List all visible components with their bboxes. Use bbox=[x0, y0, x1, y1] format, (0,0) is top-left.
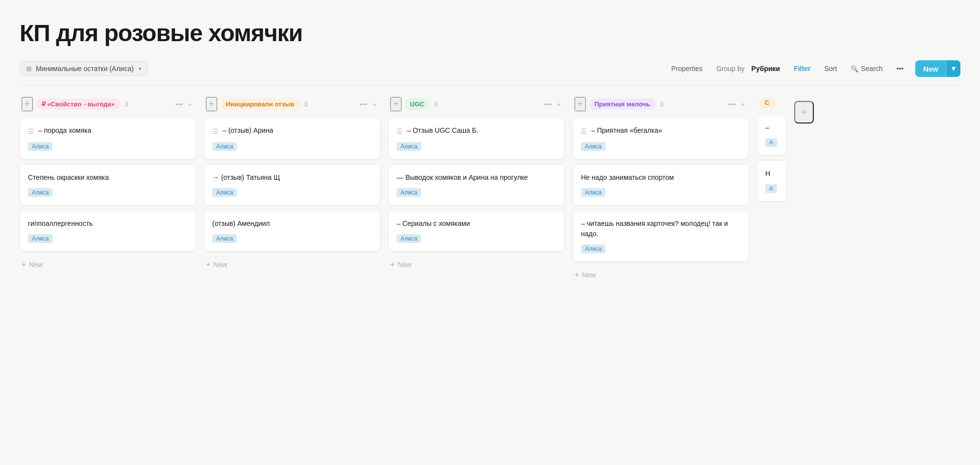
col-more-btn-col4[interactable]: ••• bbox=[726, 99, 738, 109]
card-title-text: – (отзыв) Арина bbox=[223, 125, 273, 136]
col-count-col1: 3 bbox=[125, 100, 128, 108]
card-tag: Алиса bbox=[28, 234, 52, 243]
col-add-btn-col4[interactable]: + bbox=[739, 99, 747, 109]
new-item-row-col2[interactable]: + New bbox=[204, 256, 380, 273]
view-selector[interactable]: ⊞ Минимальные остатки (Алиса) ▾ bbox=[20, 61, 148, 76]
card-c7[interactable]: ☰ – Отзыв UGC Саша Б. Алиса bbox=[388, 117, 565, 159]
column-col2: + Инициировали отзыв 3 ••• + ☰ – (отзыв)… bbox=[204, 97, 380, 273]
col-add-btn-col2[interactable]: + bbox=[370, 99, 378, 109]
view-selector-icon: ⊞ bbox=[26, 65, 32, 73]
doc-icon: ☰ bbox=[28, 126, 34, 137]
add-column-button[interactable]: + bbox=[794, 101, 814, 123]
doc-icon: ☰ bbox=[397, 126, 403, 137]
plus-icon-col1: + bbox=[22, 260, 26, 269]
card-tag: Алиса bbox=[397, 188, 421, 197]
column-col3: + UGC 3 ••• + ☰ – Отзыв UGC Саша Б. Алис… bbox=[388, 97, 565, 273]
search-icon: 🔍 bbox=[851, 65, 858, 73]
card-title-text: – читаешь названия карточек? молодец! та… bbox=[581, 219, 741, 239]
card-c5[interactable]: → (отзыв) Татьяна Щ Алиса bbox=[204, 164, 380, 205]
new-item-label-col2: New bbox=[213, 261, 227, 269]
card-tag: Алиса bbox=[28, 142, 52, 151]
card-title-text: – Отзыв UGC Саша Б. bbox=[407, 125, 478, 136]
new-item-row-col4[interactable]: + New bbox=[573, 267, 749, 283]
column-header-col3: + UGC 3 ••• + bbox=[388, 97, 565, 111]
properties-button[interactable]: Properties bbox=[665, 62, 708, 75]
card-title: ☰ – Приятная «бегалка» bbox=[581, 125, 741, 137]
card-tag: Алиса bbox=[28, 188, 52, 197]
col-tag-col1: ₽ «Свойство→выгода» bbox=[36, 98, 121, 110]
col-count-col3: 3 bbox=[434, 100, 437, 108]
card-title-text: → (отзыв) Татьяна Щ bbox=[212, 172, 280, 183]
col-actions-col4: ••• + bbox=[726, 99, 747, 109]
card-c10[interactable]: ☰ – Приятная «бегалка» Алиса bbox=[573, 117, 749, 159]
view-selector-label: Минимальные остатки (Алиса) bbox=[36, 65, 134, 73]
column-header-col1: + ₽ «Свойство→выгода» 3 ••• + bbox=[20, 97, 196, 111]
card-title-text: – Приятная «бегалка» bbox=[591, 125, 662, 136]
card-partial-1[interactable]: – А bbox=[757, 114, 786, 155]
column-col4: + Приятная мелочь 3 ••• + ☰ – Приятная «… bbox=[573, 97, 749, 283]
card-partial-title-2: Н bbox=[765, 169, 778, 179]
col-add-btn-col3[interactable]: + bbox=[554, 99, 563, 109]
card-c1[interactable]: ☰ – порода хомяка Алиса bbox=[20, 117, 196, 159]
view-selector-chevron: ▾ bbox=[139, 66, 142, 72]
group-by-label: Group by bbox=[716, 65, 745, 73]
col-tag-partial: С bbox=[759, 97, 775, 108]
card-title-text: — Выводок хомяков и Арина на прогулке bbox=[397, 172, 528, 183]
column-partial: С – А Н А bbox=[757, 97, 786, 206]
col-actions-col2: ••• + bbox=[357, 99, 378, 109]
col-actions-col1: ••• + bbox=[173, 99, 194, 109]
card-tag: Алиса bbox=[212, 142, 237, 151]
card-c11[interactable]: Не надо заниматься спортом Алиса bbox=[573, 164, 749, 205]
new-button-label: New bbox=[915, 61, 946, 77]
toolbar: ⊞ Минимальные остатки (Алиса) ▾ Properti… bbox=[20, 60, 960, 85]
card-partial-tag-1: А bbox=[765, 138, 777, 147]
new-item-row-col1[interactable]: + New bbox=[20, 256, 196, 273]
col-add-left-col4[interactable]: + bbox=[575, 97, 586, 111]
col-tag-col2: Инициировали отзыв bbox=[220, 98, 301, 110]
col-more-btn-col1[interactable]: ••• bbox=[173, 99, 185, 109]
card-title: – читаешь названия карточек? молодец! та… bbox=[581, 219, 741, 239]
column-col1: + ₽ «Свойство→выгода» 3 ••• + ☰ – порода… bbox=[20, 97, 196, 273]
new-button[interactable]: New ▾ bbox=[915, 60, 960, 77]
col-add-left-col1[interactable]: + bbox=[22, 97, 33, 111]
card-tag: Алиса bbox=[581, 245, 605, 253]
more-button[interactable]: ••• bbox=[890, 62, 909, 75]
plus-icon-col2: + bbox=[206, 260, 210, 269]
card-c8[interactable]: — Выводок хомяков и Арина на прогулке Ал… bbox=[388, 164, 565, 205]
plus-icon-col4: + bbox=[575, 270, 579, 279]
new-item-label-col3: New bbox=[398, 261, 411, 269]
card-title-text: Степень окраскки хомяка bbox=[28, 172, 109, 183]
card-c4[interactable]: ☰ – (отзыв) Арина Алиса bbox=[204, 117, 380, 159]
col-more-btn-col2[interactable]: ••• bbox=[357, 99, 369, 109]
col-tag-col4: Приятная мелочь bbox=[589, 98, 656, 110]
card-tag: Алиса bbox=[397, 142, 421, 151]
new-item-row-col3[interactable]: + New bbox=[388, 256, 565, 273]
card-c6[interactable]: (отзыв) Амендиил Алиса bbox=[204, 210, 380, 251]
col-more-btn-col3[interactable]: ••• bbox=[542, 99, 553, 109]
col-add-btn-col1[interactable]: + bbox=[186, 99, 194, 109]
column-header-col4: + Приятная мелочь 3 ••• + bbox=[573, 97, 749, 111]
search-button[interactable]: 🔍 Search bbox=[845, 62, 888, 75]
filter-label: Filter bbox=[794, 65, 810, 73]
col-add-left-col2[interactable]: + bbox=[206, 97, 217, 111]
card-partial-title-1: – bbox=[765, 122, 778, 133]
group-by-button[interactable]: Group by Рубрики bbox=[710, 62, 786, 75]
plus-icon-col3: + bbox=[390, 260, 395, 269]
card-title: ☰ – (отзыв) Арина bbox=[212, 125, 372, 137]
filter-button[interactable]: Filter bbox=[788, 62, 816, 75]
new-item-label-col4: New bbox=[582, 271, 596, 279]
card-c3[interactable]: гиппоаллергенность Алиса bbox=[20, 210, 196, 251]
more-label: ••• bbox=[896, 65, 904, 73]
card-tag: Алиса bbox=[212, 234, 237, 243]
card-tag: Алиса bbox=[212, 188, 237, 197]
card-partial-2[interactable]: Н А bbox=[757, 160, 786, 201]
card-c12[interactable]: – читаешь названия карточек? молодец! та… bbox=[573, 210, 749, 262]
card-c9[interactable]: – Сериалы с хомяками Алиса bbox=[388, 210, 565, 251]
card-title: гиппоаллергенность bbox=[28, 219, 188, 229]
card-title: Не надо заниматься спортом bbox=[581, 172, 741, 183]
col-add-left-col3[interactable]: + bbox=[390, 97, 402, 111]
card-tag: Алиса bbox=[581, 142, 605, 151]
card-c2[interactable]: Степень окраскки хомяка Алиса bbox=[20, 164, 196, 205]
card-partial-tag-2: А bbox=[765, 184, 777, 193]
sort-button[interactable]: Sort bbox=[818, 62, 843, 75]
